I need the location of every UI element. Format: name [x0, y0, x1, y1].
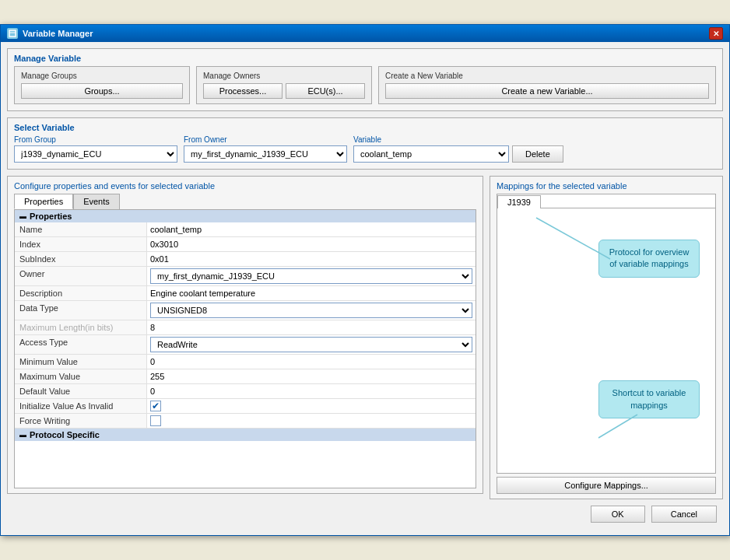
- protocol-header-label: Protocol Specific: [30, 430, 100, 439]
- from-group-col: From Group j1939_dynamic_ECU: [14, 135, 177, 163]
- prop-value-maxlength: 8: [147, 320, 476, 334]
- init-invalid-checkbox[interactable]: ✔: [150, 401, 161, 411]
- dialog-buttons: OK Cancel: [7, 499, 723, 529]
- prop-label-subindex: SubIndex: [15, 252, 147, 266]
- prop-row-minvalue: Minimum Value 0: [15, 355, 476, 369]
- tab-events[interactable]: Events: [73, 194, 120, 209]
- title-bar-left: Variable Manager: [7, 28, 93, 39]
- prop-value-minvalue: 0: [147, 355, 476, 369]
- prop-row-maxvalue: Maximum Value 255: [15, 369, 476, 384]
- mappings-group: Mappings for the selected variable J1939…: [490, 176, 723, 499]
- accesstype-select[interactable]: ReadWrite: [150, 337, 472, 352]
- manage-owners-label: Manage Owners: [203, 72, 365, 80]
- tab-properties[interactable]: Properties: [14, 194, 73, 209]
- window-content: Manage Variable Manage Groups Groups... …: [1, 42, 729, 535]
- variable-col: Variable coolant_temp Delete: [353, 135, 563, 163]
- mappings-label: Mappings for the selected variable: [497, 181, 716, 191]
- manage-variable-section: Manage Variable Manage Groups Groups... …: [7, 48, 723, 111]
- prop-row-forcewriting: Force Writing: [15, 414, 476, 429]
- create-label: Create a New Variable: [385, 72, 709, 80]
- prop-value-index: 0x3010: [147, 237, 476, 251]
- protocol-content: [15, 441, 476, 488]
- configure-label: Configure properties and events for sele…: [14, 181, 476, 191]
- tooltip-protocol-overview: Protocol for overview of variable mappin…: [598, 240, 700, 278]
- prop-row-maxlength: Maximum Length(in bits) 8: [15, 320, 476, 335]
- prop-label-forcewriting: Force Writing: [15, 414, 147, 428]
- create-variable-column: Create a New Variable Create a new Varia…: [378, 66, 716, 104]
- mappings-tab-bar: J1939: [497, 194, 715, 208]
- prop-value-subindex: 0x01: [147, 252, 476, 266]
- force-writing-checkbox[interactable]: [150, 415, 161, 426]
- prop-label-owner: Owner: [15, 267, 147, 285]
- protocol-section-header: ▬ Protocol Specific: [15, 429, 476, 441]
- properties-panel: ▬ Properties Name coolant_temp Index 0x3…: [14, 209, 476, 488]
- prop-value-accesstype: ReadWrite: [147, 335, 476, 354]
- prop-row-description: Description Engine coolant temperature: [15, 286, 476, 301]
- prop-row-defaultvalue: Default Value 0: [15, 384, 476, 399]
- close-button[interactable]: ✕: [709, 27, 723, 40]
- prop-value-defaultvalue: 0: [147, 384, 476, 398]
- manage-groups-label: Manage Groups: [21, 72, 183, 80]
- collapse-protocol-icon[interactable]: ▬: [19, 431, 26, 439]
- prop-value-maxvalue: 255: [147, 369, 476, 383]
- cancel-button[interactable]: Cancel: [651, 506, 717, 523]
- variable-label: Variable: [353, 135, 563, 144]
- prop-label-maxlength: Maximum Length(in bits): [15, 320, 147, 334]
- owner-select[interactable]: my_first_dynamic_J1939_ECU: [150, 268, 472, 284]
- select-variable-row: From Group j1939_dynamic_ECU From Owner …: [14, 135, 716, 163]
- prop-row-accesstype: Access Type ReadWrite: [15, 335, 476, 355]
- window-icon: [7, 28, 18, 39]
- from-group-select[interactable]: j1939_dynamic_ECU: [14, 145, 177, 163]
- prop-label-minvalue: Minimum Value: [15, 355, 147, 369]
- properties-header-label: Properties: [30, 212, 72, 221]
- title-bar: Variable Manager ✕: [1, 25, 729, 42]
- prop-label-initinvalid: Initialize Value As Invalid: [15, 399, 147, 413]
- prop-value-datatype: UNSIGNED8: [147, 301, 476, 320]
- left-panel: Configure properties and events for sele…: [7, 176, 483, 499]
- mappings-tab-j1939[interactable]: J1939: [497, 195, 541, 208]
- prop-label-defaultvalue: Default Value: [15, 384, 147, 398]
- manage-groups-column: Manage Groups Groups...: [14, 66, 190, 104]
- prop-value-forcewriting: [147, 414, 476, 428]
- from-owner-select[interactable]: my_first_dynamic_J1939_ECU: [184, 145, 347, 163]
- properties-section-header: ▬ Properties: [15, 210, 476, 222]
- prop-value-description: Engine coolant temperature: [147, 286, 476, 300]
- manage-variable-row: Manage Groups Groups... Manage Owners Pr…: [14, 66, 716, 104]
- prop-value-initinvalid: ✔: [147, 399, 476, 413]
- prop-row-owner: Owner my_first_dynamic_J1939_ECU: [15, 267, 476, 286]
- prop-label-description: Description: [15, 286, 147, 300]
- prop-label-maxvalue: Maximum Value: [15, 369, 147, 383]
- ecus-button[interactable]: ECU(s)...: [286, 83, 365, 99]
- prop-row-subindex: SubIndex 0x01: [15, 252, 476, 267]
- create-variable-button[interactable]: Create a new Variable...: [385, 83, 709, 99]
- processes-button[interactable]: Processes...: [203, 83, 283, 99]
- select-variable-label: Select Variable: [14, 123, 716, 132]
- window-title: Variable Manager: [23, 29, 93, 38]
- svg-rect-0: [9, 30, 16, 37]
- main-area: Configure properties and events for sele…: [7, 176, 723, 499]
- manage-owners-column: Manage Owners Processes... ECU(s)...: [196, 66, 372, 104]
- prop-row-name: Name coolant_temp: [15, 222, 476, 237]
- prop-row-datatype: Data Type UNSIGNED8: [15, 301, 476, 320]
- variable-manager-window: Variable Manager ✕ Manage Variable Manag…: [0, 24, 730, 536]
- tooltip-shortcut: Shortcut to variable mappings: [598, 380, 700, 418]
- prop-value-name: coolant_temp: [147, 222, 476, 236]
- configure-group: Configure properties and events for sele…: [7, 176, 483, 494]
- prop-label-name: Name: [15, 222, 147, 236]
- ok-button[interactable]: OK: [591, 506, 645, 523]
- select-variable-section: Select Variable From Group j1939_dynamic…: [7, 117, 723, 170]
- prop-label-datatype: Data Type: [15, 301, 147, 320]
- tab-bar: Properties Events: [14, 194, 476, 209]
- from-group-label: From Group: [14, 135, 177, 144]
- datatype-select[interactable]: UNSIGNED8: [150, 303, 472, 318]
- variable-select[interactable]: coolant_temp: [353, 145, 509, 163]
- right-panel: Mappings for the selected variable J1939…: [490, 176, 723, 499]
- prop-row-initinvalid: Initialize Value As Invalid ✔: [15, 399, 476, 414]
- groups-button[interactable]: Groups...: [21, 83, 183, 99]
- manage-variable-label: Manage Variable: [14, 54, 716, 63]
- collapse-properties-icon[interactable]: ▬: [19, 212, 26, 220]
- mappings-content: Protocol for overview of variable mappin…: [497, 208, 715, 473]
- configure-mappings-button[interactable]: Configure Mappings...: [497, 477, 716, 494]
- prop-row-index: Index 0x3010: [15, 237, 476, 252]
- delete-button[interactable]: Delete: [512, 145, 563, 163]
